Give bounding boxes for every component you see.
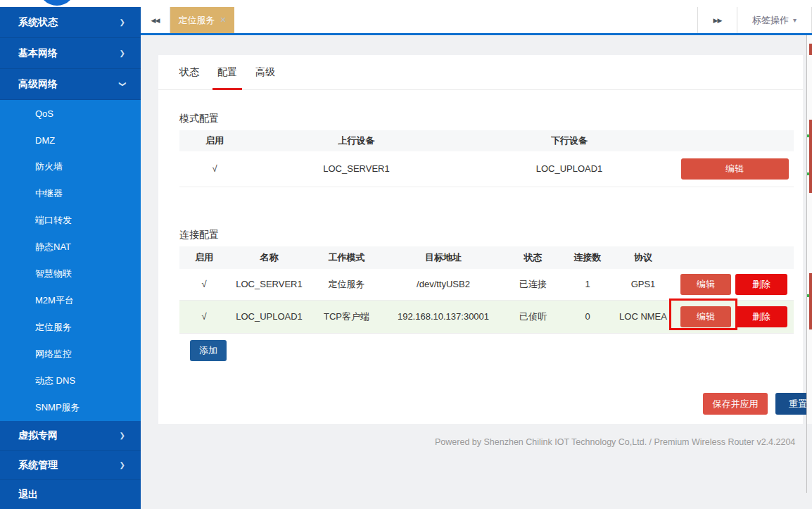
conn-col-connection-count: 连接数 [563,246,612,269]
conn-enabled-check: √ [179,300,229,333]
conn-protocol-value: LOC NMEA [612,300,674,333]
mode-col-downstream-device: 下行设备 [463,130,675,151]
conn-col-status: 状态 [503,246,563,269]
sidebar-subitem-dynamic-dns[interactable]: 动态 DNS [0,367,141,394]
conn-count-value: 0 [563,300,612,333]
mode-col-actions [675,130,794,151]
conn-row1-edit-button[interactable]: 编辑 [680,274,731,295]
chevron-right-icon: ❯ [120,461,125,469]
conn-status-value: 已侦听 [503,300,563,333]
sidebar-item-advanced-network[interactable]: 高级网络 ❯ [0,69,141,100]
sidebar-item-system-status[interactable]: 系统状态 ❯ [0,7,141,38]
conn-row1-delete-button[interactable]: 删除 [735,274,787,295]
tab-status[interactable]: 状态 [179,55,199,90]
clipped-content-mark [807,172,809,175]
mode-upstream-value: LOC_SERVER1 [250,151,463,187]
top-strip [0,0,812,7]
conn-enabled-check: √ [179,269,229,300]
connection-config-section-title: 连接配置 [179,229,219,241]
tab-config[interactable]: 配置 [217,55,237,90]
sidebar-subitem-repeater[interactable]: 中继器 [0,180,141,207]
sidebar-item-label: 基本网络 [18,47,58,60]
sidebar-subitem-location-service[interactable]: 定位服务 [0,314,141,341]
conn-row2-delete-button[interactable]: 删除 [735,306,787,327]
content-card: 状态 配置 高级 模式配置 启用 上行设备 下行设备 √ LOC_SERVER1… [158,55,803,424]
clipped-content-strip [807,35,812,424]
sidebar-item-label: 退出 [18,489,38,501]
table-row: √ LOC_UPLOAD1 TCP客户端 192.168.10.137:3000… [179,300,794,333]
caret-down-icon: ▾ [793,16,797,24]
sidebar-item-vpn[interactable]: 虚拟专网 ❯ [0,421,141,451]
clipped-button-sliver [809,273,812,329]
sidebar-item-label: 虚拟专网 [18,429,58,442]
chevron-down-icon: ❯ [118,81,126,87]
double-chevron-right-icon: ▶▶ [713,17,722,24]
sidebar-item-logout[interactable]: 退出 [0,480,141,509]
conn-protocol-value: GPS1 [612,269,674,300]
conn-col-work-mode: 工作模式 [310,246,383,269]
conn-work-mode-value: TCP客户端 [310,300,383,333]
conn-target-address-value: 192.168.10.137:30001 [383,300,503,333]
conn-col-actions [674,246,794,269]
footer-credit: Powered by Shenzhen Chilink IOT Technolo… [435,437,795,447]
clipped-button-sliver [809,120,812,193]
sidebar-subitem-network-monitor[interactable]: 网络监控 [0,341,141,367]
conn-count-value: 1 [563,269,612,300]
sidebar-submenu: QoS DMZ 防火墙 中继器 端口转发 静态NAT 智慧物联 M2M平台 定位… [0,100,141,421]
chevron-right-icon: ❯ [120,432,125,439]
sidebar-subitem-qos[interactable]: QoS [0,100,141,127]
sidebar-subitem-m2m-platform[interactable]: M2M平台 [0,287,141,314]
table-row: √ LOC_SERVER1 定位服务 /dev/ttyUSB2 已连接 1 GP… [179,269,794,300]
table-row: √ LOC_SERVER1 LOC_UPLOAD1 编辑 [179,151,794,187]
connection-config-table: 启用 名称 工作模式 目标地址 状态 连接数 协议 √ LOC_SERVER1 … [179,246,794,334]
tab-operations-dropdown[interactable]: 标签操作 ▾ [737,7,812,33]
tab-bar: ◀◀ 定位服务 ✕ ▶▶ 标签操作 ▾ [141,7,812,35]
sidebar-subitem-static-nat[interactable]: 静态NAT [0,234,141,260]
mode-enabled-check: √ [179,151,250,187]
tab-operations-label: 标签操作 [752,14,789,27]
conn-work-mode-value: 定位服务 [310,269,383,300]
mode-col-upstream-device: 上行设备 [250,130,463,151]
conn-col-protocol: 协议 [612,246,674,269]
save-and-apply-button[interactable]: 保存并应用 [703,393,768,415]
chevron-right-icon: ❯ [120,49,125,57]
sidebar-item-basic-network[interactable]: 基本网络 ❯ [0,38,141,69]
conn-target-address-value: /dev/ttyUSB2 [383,269,503,300]
double-chevron-left-icon: ◀◀ [151,17,160,24]
sidebar-subitem-snmp-service[interactable]: SNMP服务 [0,394,141,421]
conn-name-value: LOC_UPLOAD1 [229,300,310,333]
clipped-content-mark [807,294,809,297]
mode-col-enabled: 启用 [179,130,250,151]
sidebar: 系统状态 ❯ 基本网络 ❯ 高级网络 ❯ QoS DMZ 防火墙 中继器 端口转… [0,7,141,509]
add-button[interactable]: 添加 [190,340,227,361]
close-icon[interactable]: ✕ [220,15,226,25]
chevron-right-icon: ❯ [120,18,125,26]
sidebar-item-label: 系统管理 [18,459,58,472]
clipped-content-mark [807,134,809,137]
conn-status-value: 已连接 [503,269,563,300]
sidebar-subitem-firewall[interactable]: 防火墙 [0,153,141,180]
mode-config-table: 启用 上行设备 下行设备 √ LOC_SERVER1 LOC_UPLOAD1 编… [179,130,794,187]
conn-name-value: LOC_SERVER1 [229,269,310,300]
sidebar-subitem-port-forwarding[interactable]: 端口转发 [0,207,141,234]
conn-col-target-address: 目标地址 [383,246,503,269]
tab-location-service[interactable]: 定位服务 ✕ [170,7,234,33]
logo-icon [39,0,75,6]
sidebar-subitem-smart-iot[interactable]: 智慧物联 [0,260,141,287]
mode-downstream-value: LOC_UPLOAD1 [463,151,675,187]
tab-label: 定位服务 [178,14,215,27]
content-tabs: 状态 配置 高级 [158,55,803,90]
sidebar-item-label: 高级网络 [18,78,58,91]
mode-config-section-title: 模式配置 [179,113,219,125]
conn-col-name: 名称 [229,246,310,269]
tab-advanced[interactable]: 高级 [255,55,275,90]
scroll-tabs-right-button[interactable]: ▶▶ [697,7,737,33]
clipped-button-sliver [809,44,812,55]
conn-col-enabled: 启用 [179,246,229,269]
mode-edit-button[interactable]: 编辑 [681,158,789,180]
sidebar-item-system-management[interactable]: 系统管理 ❯ [0,451,141,480]
sidebar-subitem-dmz[interactable]: DMZ [0,127,141,153]
scroll-tabs-left-button[interactable]: ◀◀ [141,7,170,33]
conn-row2-edit-button[interactable]: 编辑 [680,306,731,327]
sidebar-item-label: 系统状态 [18,16,58,29]
